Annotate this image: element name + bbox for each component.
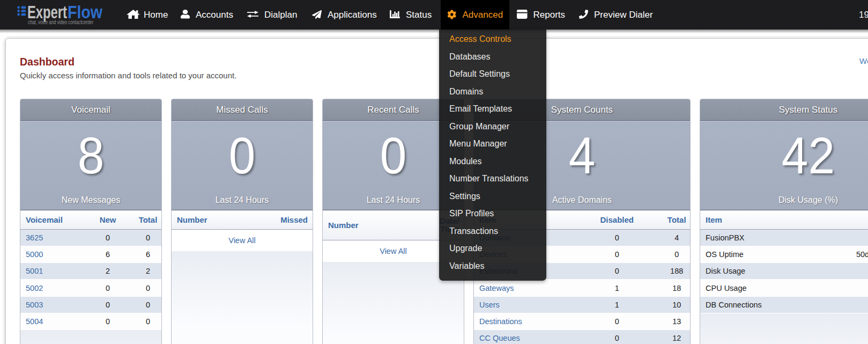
- svg-text:chat, voice and video contactc: chat, voice and video contactcenter: [28, 19, 93, 25]
